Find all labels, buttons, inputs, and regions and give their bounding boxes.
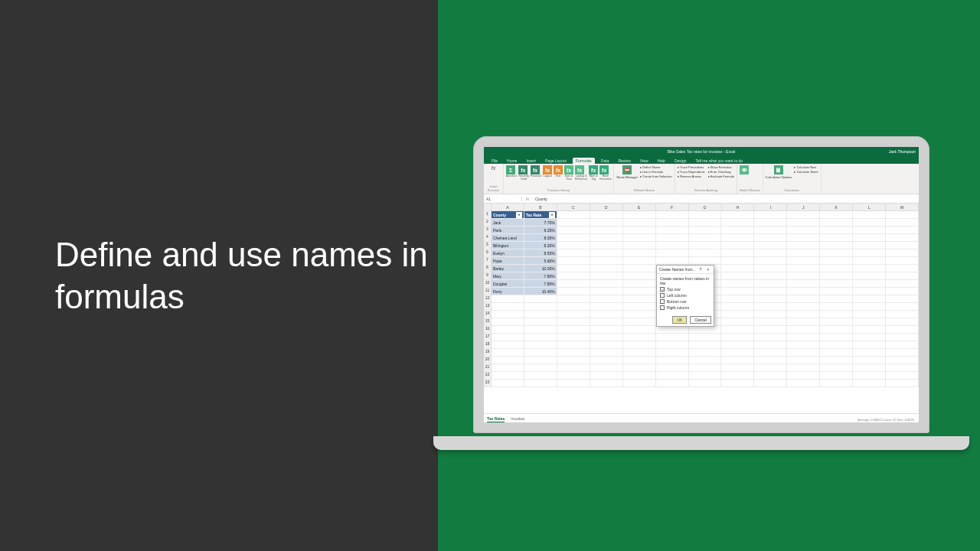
- table-row[interactable]: 10.40%: [524, 288, 557, 295]
- tab-help[interactable]: Help: [655, 158, 668, 164]
- table-row[interactable]: Paris: [492, 227, 524, 234]
- table-row[interactable]: 8.50%: [524, 249, 557, 257]
- table-row[interactable]: 7.80%: [524, 272, 557, 280]
- table-row[interactable]: Hope: [492, 257, 524, 265]
- recently-icon[interactable]: fx: [518, 165, 528, 174]
- checkbox-right-column[interactable]: Right column: [660, 305, 710, 310]
- define-name[interactable]: ▸ Define Name: [640, 165, 672, 169]
- table-row[interactable]: 10.00%: [524, 265, 557, 272]
- math &-icon[interactable]: fx: [589, 165, 598, 174]
- evaluate-formula[interactable]: ▸ Evaluate Formula: [708, 174, 734, 178]
- ribbon-watch-window[interactable]: 👁 Watch Window: [737, 164, 763, 194]
- table-row[interactable]: Mary: [492, 272, 524, 280]
- tab-page-layout[interactable]: Page Layout: [542, 158, 570, 164]
- title-panel: Define and use names in formulas: [0, 0, 438, 551]
- tab-home[interactable]: Home: [504, 158, 520, 164]
- tab-design[interactable]: Design: [671, 158, 690, 164]
- col-B[interactable]: B: [524, 204, 557, 211]
- table-row[interactable]: 5.60%: [524, 257, 557, 265]
- table-row[interactable]: 7.70%: [524, 219, 557, 227]
- col-L[interactable]: L: [853, 204, 886, 211]
- table-row[interactable]: Barley: [492, 265, 524, 272]
- fx-icon[interactable]: fx: [522, 197, 533, 201]
- ribbon-tabs: FileHomeInsertPage LayoutFormulasDataRev…: [484, 156, 919, 164]
- calculate-sheet[interactable]: ▸ Calculate Sheet: [794, 170, 818, 174]
- table-header-tax-rate[interactable]: Tax Rate▾: [524, 211, 557, 219]
- text-icon[interactable]: fx: [554, 165, 563, 174]
- calc-options-icon[interactable]: 🖩: [774, 165, 783, 174]
- formula-bar: A1 fx County: [484, 194, 919, 204]
- watch-window-icon: 👁: [740, 165, 749, 174]
- checkbox-top-row[interactable]: ✓Top row: [660, 287, 710, 292]
- show-formulas[interactable]: ▸ Show Formulas: [708, 165, 734, 169]
- spreadsheet-grid[interactable]: ABCDEFGHIJKLM 1County▾Tax Rate▾2Jack7.70…: [484, 204, 919, 413]
- lookup &-icon[interactable]: fx: [575, 165, 584, 174]
- autosum-icon[interactable]: Σ: [506, 165, 515, 174]
- laptop-base: [433, 436, 969, 450]
- dialog-close-icon[interactable]: ×: [705, 267, 711, 272]
- formula-value[interactable]: County: [533, 197, 919, 201]
- col-M[interactable]: M: [886, 204, 919, 211]
- dialog-help-icon[interactable]: ?: [697, 267, 704, 272]
- table-row[interactable]: Jack: [492, 219, 524, 227]
- date &-icon[interactable]: fx: [564, 165, 573, 174]
- filter-icon[interactable]: ▾: [516, 212, 522, 218]
- checkbox-icon: ✓: [660, 287, 665, 292]
- sheet-tabs: Tax RatesInvoices Average: 0.08325 Count…: [484, 413, 919, 422]
- tab-file[interactable]: File: [488, 158, 501, 164]
- user-name: Jack Thompson: [889, 149, 916, 154]
- table-row[interactable]: Douglas: [492, 280, 524, 288]
- tab-tell-me-what-you-want-to-do[interactable]: Tell me what you want to do: [692, 158, 746, 164]
- calculate-now[interactable]: ▸ Calculate Now: [794, 165, 818, 169]
- checkbox-left-column[interactable]: Left column: [660, 293, 710, 298]
- ok-button[interactable]: OK: [672, 316, 687, 324]
- create-names-dialog: Create Names from... ? × Create names fr…: [656, 265, 714, 327]
- logical-icon[interactable]: fx: [543, 165, 552, 174]
- cancel-button[interactable]: Cancel: [690, 316, 711, 324]
- filter-icon[interactable]: ▾: [549, 212, 555, 218]
- dialog-title: Create Names from...: [659, 267, 696, 272]
- remove-arrows[interactable]: ▸ Remove Arrows: [678, 174, 705, 178]
- tab-formulas[interactable]: Formulas: [573, 158, 595, 164]
- trace-dependents[interactable]: ▸ Trace Dependents: [678, 170, 705, 174]
- table-row[interactable]: Ferry: [492, 288, 524, 295]
- col-C[interactable]: C: [557, 204, 590, 211]
- table-row[interactable]: Evelyn: [492, 249, 524, 257]
- error-checking[interactable]: ▸ Error Checking: [708, 170, 734, 174]
- table-row[interactable]: Chelsea Land: [492, 234, 524, 242]
- laptop-frame: Bike Sales Tax rates for invoices - Exce…: [473, 136, 929, 433]
- ribbon-insert-function[interactable]: fx Insert Function: [484, 164, 504, 194]
- sheet-tab-invoices[interactable]: Invoices: [511, 416, 524, 421]
- col-E[interactable]: E: [623, 204, 656, 211]
- col-F[interactable]: F: [656, 204, 689, 211]
- col-I[interactable]: I: [754, 204, 787, 211]
- col-K[interactable]: K: [820, 204, 853, 211]
- tab-data[interactable]: Data: [598, 158, 612, 164]
- col-J[interactable]: J: [787, 204, 820, 211]
- tab-view[interactable]: View: [637, 158, 652, 164]
- table-row[interactable]: 8.20%: [524, 242, 557, 249]
- tab-insert[interactable]: Insert: [523, 158, 539, 164]
- use-in-formula[interactable]: ▸ Use in Formula: [640, 170, 672, 174]
- table-header-county[interactable]: County▾: [492, 211, 524, 219]
- col-D[interactable]: D: [590, 204, 623, 211]
- table-row[interactable]: 8.00%: [524, 234, 557, 242]
- col-A[interactable]: A: [492, 204, 524, 211]
- col-G[interactable]: G: [689, 204, 722, 211]
- ribbon-calculation: 🖩 Calculation Options ▸ Calculate Now▸ C…: [763, 164, 822, 194]
- name-box[interactable]: A1: [484, 197, 522, 201]
- sheet-tab-tax-rates[interactable]: Tax Rates: [487, 416, 505, 423]
- more-icon[interactable]: fx: [599, 165, 609, 174]
- ribbon-function-library: ΣAutoSumfxRecently UsedfxFinancialfxLogi…: [504, 164, 614, 194]
- trace-precedents[interactable]: ▸ Trace Precedents: [678, 165, 705, 169]
- tab-review[interactable]: Review: [615, 158, 633, 164]
- create-from-selection[interactable]: ▸ Create from Selection: [640, 174, 672, 178]
- table-row[interactable]: 7.80%: [524, 280, 557, 288]
- table-row[interactable]: Billington: [492, 242, 524, 249]
- ribbon-defined-names: 📛 Name Manager ▸ Define Name▸ Use in For…: [614, 164, 675, 194]
- financial-icon[interactable]: fx: [531, 165, 540, 174]
- table-row[interactable]: 9.25%: [524, 227, 557, 234]
- checkbox-bottom-row[interactable]: Bottom row: [660, 299, 710, 304]
- col-H[interactable]: H: [722, 204, 755, 211]
- name-manager-icon[interactable]: 📛: [622, 165, 632, 174]
